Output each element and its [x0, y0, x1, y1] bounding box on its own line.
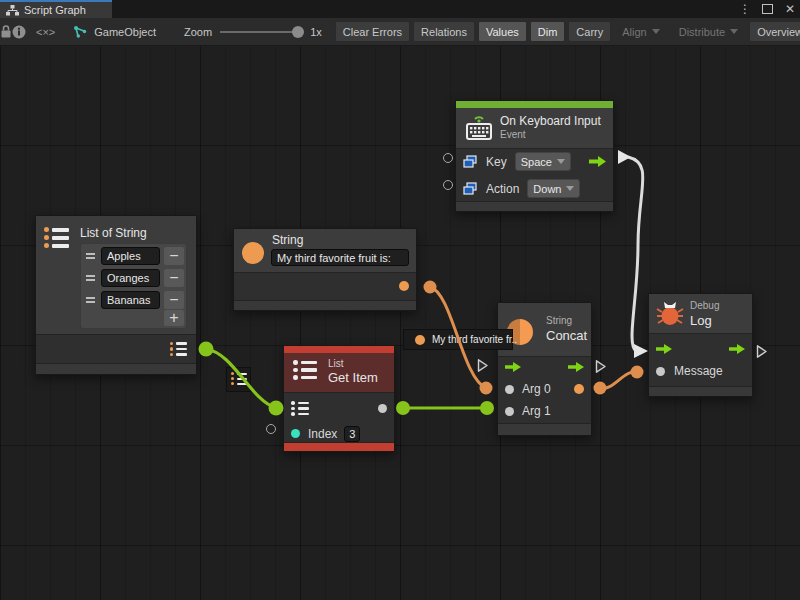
node-debug-log[interactable]: Debug Log Message — [648, 293, 753, 397]
tab-script-graph[interactable]: Script Graph — [0, 0, 112, 18]
edit-graph-button[interactable]: <×> — [36, 18, 55, 45]
info-icon — [12, 25, 26, 39]
chevron-down-icon — [557, 159, 565, 164]
trigger-input-port[interactable] — [656, 344, 672, 354]
trigger-output-port[interactable] — [729, 344, 745, 354]
key-port-row: Key Space — [456, 148, 613, 175]
graph-icon — [6, 5, 19, 16]
info-button[interactable] — [12, 18, 26, 45]
node-title: Concat — [546, 328, 587, 343]
distribute-button[interactable]: Distribute — [671, 21, 746, 42]
item-output-port[interactable] — [378, 404, 387, 413]
align-button[interactable]: Align — [614, 21, 667, 42]
remove-item-button[interactable]: − — [164, 247, 184, 265]
list-item-field[interactable]: Oranges — [101, 269, 160, 287]
action-input-port-unconnected[interactable] — [443, 180, 453, 190]
dim-button[interactable]: Dim — [530, 21, 566, 42]
zoom-value: 1x — [310, 26, 322, 38]
list-output-row — [36, 334, 196, 364]
node-title: List of String — [80, 226, 147, 240]
trigger-output-unconnected[interactable] — [756, 344, 768, 359]
remove-item-button[interactable]: − — [164, 291, 184, 309]
drag-handle-icon[interactable] — [84, 291, 97, 309]
overview-button[interactable]: Overview — [749, 21, 800, 42]
node-string-literal[interactable]: String My third favorite fruit is: — [233, 228, 417, 311]
unity-visual-scripting-window: { "window": { "tab_title": "Script Graph… — [0, 0, 800, 600]
trigger-output-unconnected[interactable] — [595, 359, 607, 374]
list-input-row — [284, 396, 394, 421]
drag-handle-icon[interactable] — [84, 269, 97, 287]
action-dropdown[interactable]: Down — [527, 179, 580, 198]
wire-value-badge-string: My third favorite fr.. — [403, 329, 513, 350]
message-label: Message — [674, 364, 723, 378]
key-value: Space — [521, 156, 552, 168]
key-label: Key — [486, 155, 507, 169]
message-row: Message — [649, 360, 752, 382]
list-item-field[interactable]: Bananas — [101, 291, 160, 309]
relations-button[interactable]: Relations — [413, 21, 475, 42]
chevron-down-icon — [730, 29, 738, 34]
arg0-row: Arg 0 — [498, 378, 591, 400]
list-editor: Apples − Oranges − Bananas − + — [80, 243, 187, 329]
trigger-output-port[interactable] — [568, 362, 584, 372]
tab-bar: Script Graph ⋮ ✕ — [0, 0, 800, 18]
distribute-label: Distribute — [679, 26, 725, 38]
wire-value-badge-list — [226, 367, 251, 392]
add-item-button[interactable]: + — [164, 310, 184, 326]
lock-icon — [0, 25, 12, 38]
node-title: String — [272, 233, 303, 247]
bug-icon — [656, 299, 684, 327]
values-button[interactable]: Values — [478, 21, 527, 42]
string-output-port[interactable] — [399, 281, 409, 291]
clear-errors-button[interactable]: Clear Errors — [335, 21, 410, 42]
list-item-field[interactable]: Apples — [101, 247, 160, 265]
list-icon — [44, 227, 69, 248]
list-icon — [293, 360, 317, 380]
node-concat[interactable]: String Concat Arg 0 Arg 1 — [497, 302, 592, 436]
code-icon: <×> — [36, 26, 55, 38]
concat-trigger-row — [498, 356, 591, 378]
index-label: Index — [308, 427, 337, 441]
gameobject-icon — [73, 25, 88, 39]
list-output-port[interactable] — [170, 342, 188, 357]
window-maximize-icon[interactable] — [759, 1, 775, 17]
zoom-slider-handle[interactable] — [292, 26, 304, 38]
maximize-box-icon — [762, 4, 773, 14]
tab-title: Script Graph — [24, 4, 86, 16]
node-on-keyboard-input[interactable]: On Keyboard Input Event Key Space Action… — [455, 100, 614, 212]
remove-item-button[interactable]: − — [164, 269, 184, 287]
carry-button[interactable]: Carry — [568, 21, 611, 42]
trigger-output-port[interactable] — [589, 156, 606, 167]
index-input-port[interactable] — [291, 429, 300, 438]
message-input-port[interactable] — [656, 367, 665, 376]
key-input-port-unconnected[interactable] — [443, 153, 453, 163]
action-port-row: Action Down — [456, 175, 613, 202]
zoom-slider-track[interactable] — [220, 31, 302, 33]
trigger-input-unconnected[interactable] — [477, 358, 489, 373]
error-accent-bar — [284, 346, 394, 353]
window-close-icon[interactable]: ✕ — [782, 1, 798, 17]
node-category: Debug — [690, 300, 719, 311]
index-field[interactable]: 3 — [344, 426, 360, 442]
string-value-field[interactable]: My third favorite fruit is: — [271, 249, 409, 266]
lock-button[interactable] — [0, 18, 12, 45]
arg0-input-port[interactable] — [505, 385, 514, 394]
arg1-input-port[interactable] — [505, 407, 514, 416]
result-output-port[interactable] — [574, 384, 584, 394]
arg1-row: Arg 1 — [498, 400, 591, 422]
action-value: Down — [533, 183, 561, 195]
node-title: Log — [690, 313, 712, 328]
key-dropdown[interactable]: Space — [515, 152, 571, 171]
align-label: Align — [622, 26, 646, 38]
gameobject-selector[interactable]: GameObject — [73, 18, 156, 45]
drag-handle-icon[interactable] — [84, 247, 97, 265]
list-icon — [231, 372, 247, 385]
list-input-port[interactable] — [291, 401, 309, 416]
node-category: String — [546, 315, 572, 326]
node-subtitle: Event — [500, 129, 526, 140]
node-list-of-string[interactable]: List of String Apples − Oranges − Banana… — [35, 215, 197, 375]
node-get-item[interactable]: List Get Item Index 3 — [283, 345, 395, 452]
index-input-port-unconnected[interactable] — [266, 424, 276, 434]
window-menu-icon[interactable]: ⋮ — [737, 1, 753, 17]
trigger-input-port[interactable] — [505, 362, 521, 372]
